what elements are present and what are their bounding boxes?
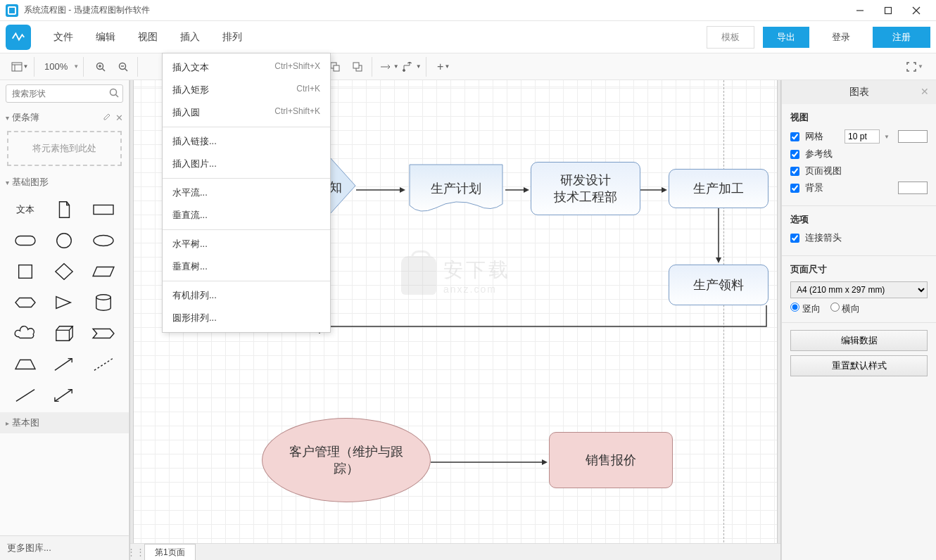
background-color-swatch[interactable] <box>898 182 928 194</box>
svg-marker-42 <box>524 187 529 193</box>
rp-options-section: 选项 连接箭头 <box>782 206 936 256</box>
grid-size-input[interactable] <box>845 129 880 144</box>
search-input[interactable] <box>6 84 123 103</box>
insert-menu-popup: 插入文本Ctrl+Shift+X 插入矩形Ctrl+K 插入圆Ctrl+Shif… <box>162 53 331 333</box>
zoom-out-button[interactable] <box>113 58 133 76</box>
portrait-radio[interactable] <box>790 303 799 312</box>
shape-roundrect[interactable] <box>7 228 44 253</box>
organic-item[interactable]: 有机排列... <box>163 284 330 307</box>
menu-arrange[interactable]: 排列 <box>211 27 253 48</box>
chevron-right-icon: ▸ <box>6 419 9 427</box>
edit-icon[interactable] <box>103 113 111 123</box>
shape-ellipse[interactable] <box>85 228 122 253</box>
insert-link-item[interactable]: 插入链接... <box>163 130 330 153</box>
shape-step[interactable] <box>85 321 122 346</box>
pagesize-select[interactable]: A4 (210 mm x 297 mm) <box>790 281 928 298</box>
line-style-button[interactable]: ▼ <box>379 58 399 76</box>
shape-cylinder[interactable] <box>85 290 122 315</box>
grid-checkbox[interactable] <box>790 132 799 141</box>
shape-text[interactable]: 文本 <box>7 197 44 222</box>
menu-file[interactable]: 文件 <box>42 27 84 48</box>
zoom-value[interactable]: 100% <box>42 61 70 72</box>
circular-item[interactable]: 圆形排列... <box>163 307 330 329</box>
grid-color-swatch[interactable] <box>898 130 928 143</box>
pageview-checkbox[interactable] <box>790 167 799 176</box>
menu-view[interactable]: 视图 <box>127 27 169 48</box>
svg-rect-23 <box>15 236 35 245</box>
shape-parallelogram[interactable] <box>85 259 122 284</box>
drag-handle-icon[interactable]: ⋮⋮ <box>130 547 141 557</box>
shape-square[interactable] <box>7 259 44 284</box>
svg-rect-15 <box>334 65 339 71</box>
add-button[interactable]: +▼ <box>434 58 453 76</box>
hflow-item[interactable]: 水平流... <box>163 182 330 204</box>
background-label: 背景 <box>805 182 823 194</box>
flowchart-quote[interactable]: 销售报价 <box>549 432 673 488</box>
template-button[interactable]: 模板 <box>707 26 754 49</box>
maximize-button[interactable] <box>874 0 902 21</box>
guides-checkbox[interactable] <box>790 150 799 159</box>
shape-page[interactable] <box>46 197 83 222</box>
shape-triangle[interactable] <box>46 290 83 315</box>
close-button[interactable] <box>902 0 930 21</box>
basic-diagram-header[interactable]: ▸ 基本图 <box>0 412 129 433</box>
flowchart-rd[interactable]: 研发设计 技术工程部 <box>531 162 640 215</box>
menu-edit[interactable]: 编辑 <box>84 27 127 48</box>
svg-rect-17 <box>353 63 359 68</box>
insert-image-item[interactable]: 插入图片... <box>163 153 330 175</box>
shape-circle[interactable] <box>46 228 83 253</box>
watermark-url: anxz.com <box>443 284 511 295</box>
watermark-text: 安下载 <box>443 257 511 284</box>
edit-data-button[interactable]: 编辑数据 <box>790 330 928 351</box>
insert-text-item[interactable]: 插入文本Ctrl+Shift+X <box>163 56 330 79</box>
close-icon[interactable]: ✕ <box>115 113 123 123</box>
flowchart-plan[interactable]: 生产计划 <box>407 162 505 215</box>
app-logo[interactable] <box>6 25 31 50</box>
fullscreen-button[interactable]: ▼ <box>906 62 930 72</box>
conn-arrow-checkbox[interactable] <box>790 234 799 243</box>
shape-line-arrow[interactable] <box>46 352 83 377</box>
shape-line-dashed[interactable] <box>85 352 122 377</box>
grid-label: 网格 <box>805 130 823 143</box>
vtree-item[interactable]: 垂直树... <box>163 255 330 278</box>
connector-style-button[interactable]: ▼ <box>402 58 422 76</box>
shape-trapezoid[interactable] <box>7 352 44 377</box>
login-button[interactable]: 登录 <box>818 27 864 48</box>
shape-diamond[interactable] <box>46 259 83 284</box>
insert-rect-item[interactable]: 插入矩形Ctrl+K <box>163 79 330 101</box>
minimize-button[interactable] <box>846 0 874 21</box>
flowchart-customer[interactable]: 客户管理（维护与跟踪） <box>262 418 431 502</box>
export-button[interactable]: 导出 <box>763 27 809 48</box>
reset-style-button[interactable]: 重置默认样式 <box>790 355 928 376</box>
view-mode-button[interactable]: ▼ <box>10 58 30 76</box>
search-icon[interactable] <box>109 88 119 100</box>
scratchpad-drop[interactable]: 将元素拖到此处 <box>7 131 122 166</box>
zoom-in-button[interactable] <box>91 58 110 76</box>
svg-point-31 <box>96 295 111 300</box>
landscape-radio[interactable] <box>830 303 840 312</box>
flowchart-process[interactable]: 生产加工 <box>669 169 769 208</box>
toback-button[interactable] <box>348 58 367 76</box>
menubar: 文件 编辑 视图 插入 排列 模板 导出 登录 注册 <box>0 21 936 53</box>
more-shapes-button[interactable]: 更多图库... <box>0 535 129 560</box>
close-icon[interactable]: ✕ <box>921 86 929 97</box>
left-panel: ▾ 便条簿 ✕ 将元素拖到此处 ▾ 基础图形 文本 <box>0 80 129 560</box>
shape-hexagon[interactable] <box>7 290 44 315</box>
background-checkbox[interactable] <box>790 184 799 193</box>
htree-item[interactable]: 水平树... <box>163 233 330 255</box>
shape-line-double-arrow[interactable] <box>46 383 83 408</box>
window-title: 系统流程图 - 迅捷流程图制作软件 <box>24 4 846 16</box>
basic-shapes-header[interactable]: ▾ 基础图形 <box>0 172 129 193</box>
flowchart-material[interactable]: 生产领料 <box>669 265 769 305</box>
menu-insert[interactable]: 插入 <box>169 27 211 48</box>
vflow-item[interactable]: 垂直流... <box>163 204 330 227</box>
register-button[interactable]: 注册 <box>873 27 930 48</box>
shape-cloud[interactable] <box>7 321 44 346</box>
insert-circle-item[interactable]: 插入圆Ctrl+Shift+K <box>163 101 330 124</box>
shape-cube[interactable] <box>46 321 83 346</box>
svg-rect-4 <box>12 63 22 71</box>
shape-line[interactable] <box>7 383 44 408</box>
page-tab[interactable]: 第1页面 <box>144 544 196 561</box>
shape-rect[interactable] <box>85 197 122 222</box>
scratchpad-header[interactable]: ▾ 便条簿 ✕ <box>0 107 129 128</box>
